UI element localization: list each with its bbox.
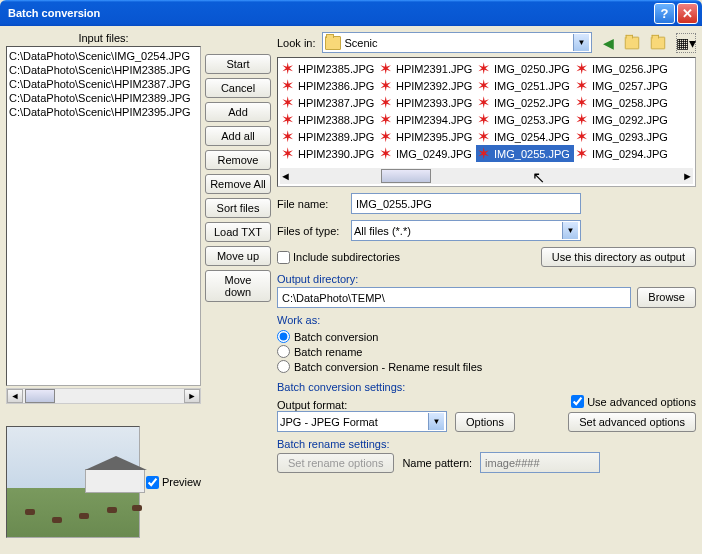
back-icon[interactable]: ◀: [598, 33, 618, 53]
scroll-left-icon[interactable]: ◄: [7, 389, 23, 403]
scroll-thumb[interactable]: [381, 169, 431, 183]
file-item[interactable]: HPIM2395.JPG: [378, 128, 476, 145]
file-item[interactable]: HPIM2388.JPG: [280, 111, 378, 128]
work-as-title: Work as:: [277, 314, 696, 326]
remove-all-button[interactable]: Remove All: [205, 174, 271, 194]
use-directory-output-button[interactable]: Use this directory as output: [541, 247, 696, 267]
up-folder-icon[interactable]: [624, 33, 644, 53]
file-item[interactable]: IMG_0251.JPG: [476, 77, 574, 94]
file-item[interactable]: IMG_0252.JPG: [476, 94, 574, 111]
cancel-button[interactable]: Cancel: [205, 78, 271, 98]
image-file-icon: [380, 79, 394, 93]
file-item[interactable]: IMG_0249.JPG: [378, 145, 476, 162]
close-button[interactable]: ✕: [677, 3, 698, 24]
filetype-combo[interactable]: All files (*.*) ▼: [351, 220, 581, 241]
folder-icon: [325, 36, 341, 50]
add-button[interactable]: Add: [205, 102, 271, 122]
set-advanced-button[interactable]: Set advanced options: [568, 412, 696, 432]
filetype-label: Files of type:: [277, 225, 345, 237]
image-file-icon: [282, 79, 296, 93]
filename-label: File name:: [277, 198, 345, 210]
file-item[interactable]: IMG_0256.JPG: [574, 60, 672, 77]
image-file-icon: [478, 147, 492, 161]
scroll-right-icon[interactable]: ►: [184, 389, 200, 403]
input-files-list[interactable]: C:\DataPhoto\Scenic\IMG_0254.JPGC:\DataP…: [6, 46, 201, 386]
new-folder-icon[interactable]: [650, 33, 670, 53]
chevron-down-icon[interactable]: ▼: [573, 34, 589, 51]
preview-checkbox[interactable]: Preview: [146, 476, 201, 489]
image-file-icon: [478, 130, 492, 144]
image-file-icon: [478, 113, 492, 127]
image-file-icon: [478, 79, 492, 93]
filename-input[interactable]: [351, 193, 581, 214]
file-item[interactable]: IMG_0250.JPG: [476, 60, 574, 77]
load-txt-button[interactable]: Load TXT: [205, 222, 271, 242]
options-button[interactable]: Options: [455, 412, 515, 432]
image-file-icon: [478, 96, 492, 110]
lookin-combo[interactable]: Scenic ▼: [322, 32, 592, 53]
image-file-icon: [282, 130, 296, 144]
list-item[interactable]: C:\DataPhoto\Scenic\HPIM2395.JPG: [9, 105, 198, 119]
list-item[interactable]: C:\DataPhoto\Scenic\IMG_0254.JPG: [9, 49, 198, 63]
scroll-right-icon[interactable]: ►: [682, 170, 693, 182]
workas-radio[interactable]: Batch conversion - Rename result files: [277, 360, 696, 373]
output-format-label: Output format:: [277, 399, 447, 411]
browser-hscroll[interactable]: ◄ ►: [280, 168, 693, 184]
file-item[interactable]: IMG_0258.JPG: [574, 94, 672, 111]
move-up-button[interactable]: Move up: [205, 246, 271, 266]
file-item[interactable]: IMG_0253.JPG: [476, 111, 574, 128]
file-item[interactable]: HPIM2385.JPG: [280, 60, 378, 77]
move-down-button[interactable]: Move down: [205, 270, 271, 302]
name-pattern-input: [480, 452, 600, 473]
image-file-icon: [576, 130, 590, 144]
input-files-hscroll[interactable]: ◄ ►: [6, 388, 201, 404]
list-item[interactable]: C:\DataPhoto\Scenic\HPIM2385.JPG: [9, 63, 198, 77]
set-rename-button: Set rename options: [277, 453, 394, 473]
image-file-icon: [380, 113, 394, 127]
file-item[interactable]: HPIM2394.JPG: [378, 111, 476, 128]
workas-radio[interactable]: Batch rename: [277, 345, 696, 358]
file-item[interactable]: IMG_0255.JPG: [476, 145, 574, 162]
file-item[interactable]: IMG_0294.JPG: [574, 145, 672, 162]
start-button[interactable]: Start: [205, 54, 271, 74]
browse-button[interactable]: Browse: [637, 287, 696, 308]
image-file-icon: [576, 96, 590, 110]
scroll-left-icon[interactable]: ◄: [280, 170, 291, 182]
brs-title: Batch rename settings:: [277, 438, 696, 450]
help-button[interactable]: ?: [654, 3, 675, 24]
file-item[interactable]: IMG_0293.JPG: [574, 128, 672, 145]
file-item[interactable]: IMG_0292.JPG: [574, 111, 672, 128]
titlebar: Batch conversion ? ✕: [0, 0, 702, 26]
file-item[interactable]: HPIM2386.JPG: [280, 77, 378, 94]
image-file-icon: [576, 79, 590, 93]
sort-files-button[interactable]: Sort files: [205, 198, 271, 218]
file-item[interactable]: IMG_0257.JPG: [574, 77, 672, 94]
output-dir-input[interactable]: [277, 287, 631, 308]
file-item[interactable]: HPIM2392.JPG: [378, 77, 476, 94]
use-advanced-checkbox[interactable]: Use advanced options: [571, 395, 696, 408]
remove-button[interactable]: Remove: [205, 150, 271, 170]
file-item[interactable]: HPIM2387.JPG: [280, 94, 378, 111]
image-file-icon: [576, 113, 590, 127]
output-format-combo[interactable]: JPG - JPEG Format ▼: [277, 411, 447, 432]
chevron-down-icon[interactable]: ▼: [428, 413, 444, 430]
list-item[interactable]: C:\DataPhoto\Scenic\HPIM2389.JPG: [9, 91, 198, 105]
scroll-thumb[interactable]: [25, 389, 55, 403]
file-browser[interactable]: HPIM2385.JPGHPIM2386.JPGHPIM2387.JPGHPIM…: [277, 57, 696, 187]
add-all-button[interactable]: Add all: [205, 126, 271, 146]
image-file-icon: [282, 147, 296, 161]
file-item[interactable]: IMG_0254.JPG: [476, 128, 574, 145]
include-subdirs-checkbox[interactable]: Include subdirectories: [277, 251, 400, 264]
chevron-down-icon[interactable]: ▼: [562, 222, 578, 239]
image-file-icon: [282, 113, 296, 127]
file-item[interactable]: HPIM2391.JPG: [378, 60, 476, 77]
file-item[interactable]: HPIM2389.JPG: [280, 128, 378, 145]
views-icon[interactable]: ▦▾: [676, 33, 696, 53]
workas-radio[interactable]: Batch conversion: [277, 330, 696, 343]
image-file-icon: [380, 62, 394, 76]
list-item[interactable]: C:\DataPhoto\Scenic\HPIM2387.JPG: [9, 77, 198, 91]
file-item[interactable]: HPIM2393.JPG: [378, 94, 476, 111]
image-file-icon: [478, 62, 492, 76]
bcs-title: Batch conversion settings:: [277, 381, 696, 393]
file-item[interactable]: HPIM2390.JPG: [280, 145, 378, 162]
